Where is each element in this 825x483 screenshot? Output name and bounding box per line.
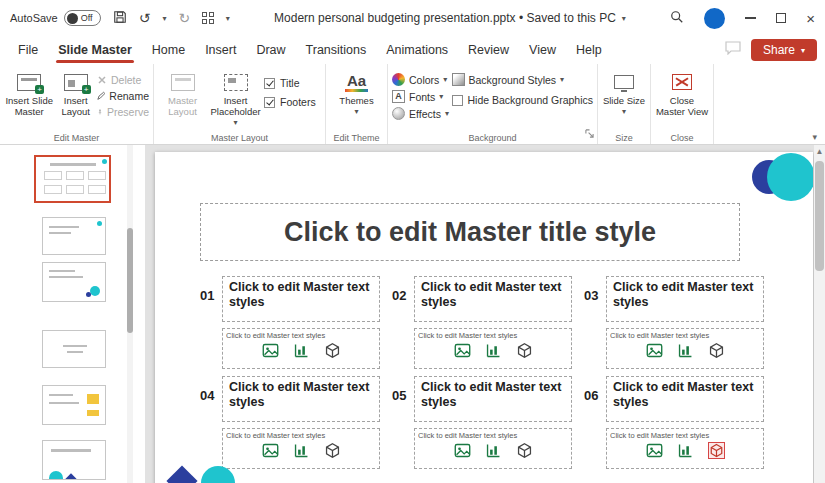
slide-thumbnail-layout-3[interactable] [42,330,106,368]
close-window-button[interactable]: × [806,11,815,26]
share-button[interactable]: Share ▾ [751,39,817,61]
master-text-placeholder[interactable]: Click to edit Master text styles [606,276,764,322]
comments-icon[interactable] [725,41,741,59]
content-placeholder[interactable]: Click to edit Master text styles [606,328,764,369]
insert-chart-icon[interactable] [293,342,310,359]
title-checkbox[interactable]: Title [264,77,321,89]
master-text-placeholder[interactable]: Click to edit Master text styles [222,276,380,322]
tab-review[interactable]: Review [458,38,519,62]
section-number: 04 [200,388,214,403]
background-styles-button[interactable]: Background Styles ▾ [452,73,593,86]
close-master-view-button[interactable]: Close Master View [655,67,709,118]
slide-thumbnail-master[interactable] [34,155,111,203]
insert-picture-icon[interactable] [454,442,471,459]
insert-chart-icon[interactable] [293,442,310,459]
slide-thumbnail-layout-5[interactable] [42,440,106,480]
master-layout-button[interactable]: Master Layout [158,67,207,118]
master-text-placeholder[interactable]: Click to edit Master text styles [414,276,572,322]
hide-background-graphics-checkbox[interactable]: Hide Background Graphics [452,94,593,106]
redo-icon[interactable]: ↻ [178,11,190,25]
preserve-button[interactable]: Preserve [97,106,149,118]
slide-thumbnail-layout-4[interactable] [42,385,106,425]
insert-chart-icon[interactable] [677,342,694,359]
insert-3d-model-icon[interactable] [708,342,725,359]
insert-picture-icon[interactable] [646,442,663,459]
autosave-toggle[interactable]: AutoSave Off [10,10,101,26]
master-text-placeholder[interactable]: Click to edit Master text styles [606,376,764,422]
tab-view[interactable]: View [519,38,566,62]
colors-button[interactable]: Colors ▾ [392,73,452,86]
master-text-placeholder[interactable]: Click to edit Master text styles [222,376,380,422]
group-label-size: Size [598,133,650,143]
maximize-button[interactable] [776,13,786,23]
scroll-up-icon[interactable]: ▲ [814,147,825,156]
tab-animations[interactable]: Animations [376,38,458,62]
tab-transitions[interactable]: Transitions [296,38,377,62]
insert-picture-icon[interactable] [454,342,471,359]
slide-size-button[interactable]: Slide Size ▾ [602,67,646,116]
fonts-button[interactable]: A Fonts ▾ [392,90,452,103]
insert-picture-icon[interactable] [262,342,279,359]
insert-chart-icon[interactable] [485,442,502,459]
master-title-text: Click to edit Master title style [284,217,656,248]
effects-button[interactable]: Effects ▾ [392,107,452,120]
slide-master-editor[interactable]: Click to edit Master title style 01 Clic… [155,152,813,483]
canvas-scrollbar-thumb[interactable] [815,161,824,271]
insert-layout-button[interactable]: + Insert Layout [54,67,97,118]
save-icon[interactable] [113,10,127,26]
insert-chart-icon[interactable] [485,342,502,359]
section-number: 06 [584,388,598,403]
rename-icon [97,91,105,101]
colors-dropdown-icon: ▾ [443,75,447,84]
insert-slide-master-button[interactable]: + Insert Slide Master [4,67,54,118]
slide-thumbnail-layout-2[interactable] [42,262,106,302]
content-placeholder[interactable]: Click to edit Master text styles [414,428,572,469]
document-title-area[interactable]: Modern personal budgeting presentation.p… [230,11,671,25]
tab-file[interactable]: File [8,38,48,62]
content-placeholder[interactable]: Click to edit Master text styles [606,428,764,469]
tab-insert[interactable]: Insert [195,38,246,62]
undo-icon[interactable]: ↺ [139,11,151,25]
insert-picture-icon[interactable] [646,342,663,359]
delete-button[interactable]: Delete [97,74,149,86]
insert-3d-model-icon[interactable] [324,442,341,459]
insert-picture-icon[interactable] [262,442,279,459]
minimize-button[interactable] [745,17,756,19]
checkbox-checked-icon [264,78,275,89]
insert-3d-model-icon[interactable] [516,442,533,459]
content-placeholder[interactable]: Click to edit Master text styles [222,328,380,369]
canvas-scrollbar[interactable]: ▲ [814,145,825,483]
rename-button[interactable]: Rename [97,90,149,102]
undo-dropdown-icon[interactable]: ▾ [162,14,166,23]
group-master-layout: Master Layout Insert Placeholder ▾ Title… [154,64,326,144]
master-text-placeholder[interactable]: Click to edit Master text styles [414,376,572,422]
background-styles-dropdown-icon: ▾ [560,75,564,84]
slide-thumbnail-layout-1[interactable] [42,217,106,255]
tab-slide-master[interactable]: Slide Master [48,38,142,62]
autosave-switch[interactable]: Off [64,10,101,26]
insert-3d-model-icon-selected[interactable] [708,442,725,459]
themes-button[interactable]: Aa Themes ▾ [331,67,383,116]
tab-draw[interactable]: Draw [246,38,295,62]
tab-help[interactable]: Help [566,38,612,62]
delete-icon [97,75,107,85]
search-icon[interactable] [670,10,684,26]
insert-placeholder-button[interactable]: Insert Placeholder ▾ [207,67,264,127]
tab-home[interactable]: Home [142,38,195,62]
account-avatar[interactable] [704,8,725,29]
insert-layout-icon: + [64,74,88,91]
view-grid-icon[interactable] [202,12,214,24]
group-edit-master: + Insert Slide Master + Insert Layout De… [0,64,154,144]
content-placeholder[interactable]: Click to edit Master text styles [222,428,380,469]
footers-checkbox[interactable]: Footers [264,96,321,108]
insert-chart-icon[interactable] [677,442,694,459]
colors-icon [392,73,405,86]
collapse-ribbon-icon[interactable]: ▾ [812,132,817,142]
insert-3d-model-icon[interactable] [516,342,533,359]
ribbon-tab-row: File Slide Master Home Insert Draw Trans… [0,36,825,64]
thumbnail-scrollbar[interactable] [127,145,133,483]
thumbnail-scrollbar-thumb[interactable] [127,228,133,333]
content-placeholder[interactable]: Click to edit Master text styles [414,328,572,369]
master-title-placeholder[interactable]: Click to edit Master title style [200,203,740,261]
insert-3d-model-icon[interactable] [324,342,341,359]
